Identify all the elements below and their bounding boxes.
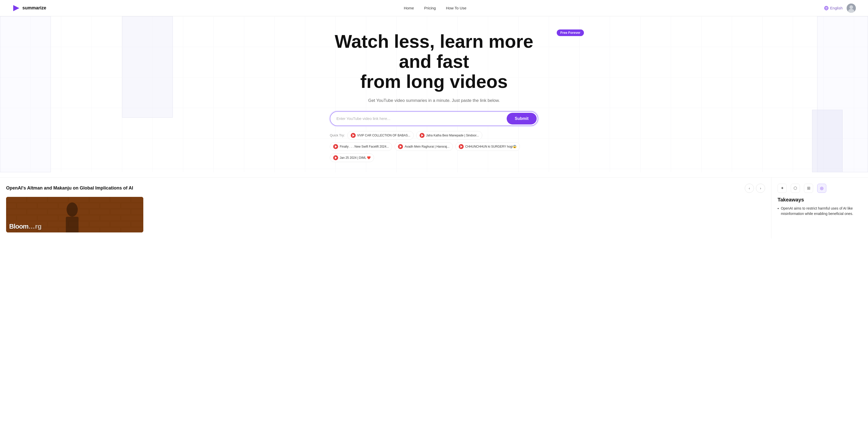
svg-point-62 <box>67 202 78 217</box>
takeaways-panel: ✦ ⬡ ⊞ ◎ Takeaways OpenAI aims to restric… <box>771 178 868 239</box>
chip-icon-2 <box>333 144 338 149</box>
svg-rect-40 <box>131 209 143 215</box>
quick-chip-4[interactable]: CHHUNCHHUN ki SURGERY hogi😱 <box>455 142 520 151</box>
takeaway-item-0: OpenAI aims to restrict harmful uses of … <box>778 206 862 216</box>
svg-marker-0 <box>13 5 19 11</box>
svg-rect-63 <box>66 217 79 232</box>
hero-content: Watch less, learn more and fast from lon… <box>12 32 856 162</box>
svg-rect-41 <box>6 215 16 221</box>
quick-try-label: Quick Try: <box>330 133 345 137</box>
quick-chip-1[interactable]: Jaha Katha Besi Manepade | Sindoor... <box>416 131 482 140</box>
svg-rect-25 <box>110 197 131 202</box>
takeaways-title: Takeaways <box>778 197 862 203</box>
tab-cube[interactable]: ⬡ <box>791 184 800 193</box>
language-label: English <box>830 6 843 10</box>
bottom-section: OpenAI's Altman and Makanju on Global Im… <box>0 177 868 239</box>
svg-rect-47 <box>121 215 143 221</box>
svg-rect-59 <box>79 227 100 232</box>
svg-rect-52 <box>89 221 110 227</box>
logo-icon <box>12 4 20 12</box>
svg-rect-28 <box>17 203 37 209</box>
nav-pricing[interactable]: Pricing <box>424 6 436 10</box>
svg-rect-46 <box>100 215 120 221</box>
next-arrow-button[interactable]: › <box>756 184 765 193</box>
chip-icon-5 <box>333 155 338 160</box>
logo-link[interactable]: summarize <box>12 4 46 12</box>
chip-icon-0 <box>351 133 356 138</box>
video-thumbnail[interactable]: Bloom…rg <box>6 197 143 232</box>
navbar: summarize Home Pricing How To Use Englis… <box>0 0 868 16</box>
svg-rect-36 <box>48 209 68 215</box>
nav-links: Home Pricing How To Use <box>404 6 466 10</box>
svg-rect-23 <box>69 197 89 202</box>
svg-rect-29 <box>38 203 58 209</box>
svg-rect-50 <box>48 221 68 227</box>
svg-rect-20 <box>6 197 26 202</box>
svg-rect-35 <box>27 209 47 215</box>
takeaways-tabs: ✦ ⬡ ⊞ ◎ <box>778 184 862 193</box>
chip-icon-4 <box>459 144 464 149</box>
svg-rect-24 <box>89 197 110 202</box>
svg-rect-45 <box>79 215 100 221</box>
search-box: Submit <box>330 111 538 126</box>
submit-button[interactable]: Submit <box>507 113 537 124</box>
tab-target[interactable]: ◎ <box>817 184 826 193</box>
quick-chip-2[interactable]: Finally . . . New Swift Facelift 2024... <box>330 142 392 151</box>
svg-rect-33 <box>121 203 143 209</box>
chip-icon-1 <box>420 133 425 138</box>
tab-magic[interactable]: ✦ <box>778 184 787 193</box>
quick-chip-3[interactable]: Avadh Mein Raghurai | Hansraj... <box>395 142 453 151</box>
svg-rect-61 <box>121 227 143 232</box>
hero-subtitle: Get YouTube video summaries in a minute.… <box>12 98 856 103</box>
video-panel-header: OpenAI's Altman and Makanju on Global Im… <box>6 184 765 193</box>
svg-rect-38 <box>89 209 110 215</box>
svg-rect-32 <box>100 203 120 209</box>
language-selector[interactable]: English <box>824 6 843 10</box>
nav-right: English <box>824 4 856 13</box>
svg-rect-22 <box>48 197 68 202</box>
svg-rect-26 <box>131 197 143 202</box>
svg-rect-34 <box>6 209 26 215</box>
svg-rect-43 <box>38 215 58 221</box>
nav-how-to-use[interactable]: How To Use <box>446 6 467 10</box>
video-panel: OpenAI's Altman and Makanju on Global Im… <box>0 178 771 239</box>
svg-rect-53 <box>110 221 131 227</box>
logo-text: summarize <box>22 5 46 11</box>
free-badge: Free Forever <box>557 29 584 36</box>
nav-arrows: ‹ › <box>745 184 765 193</box>
youtube-url-input[interactable] <box>330 112 506 125</box>
svg-rect-21 <box>27 197 47 202</box>
prev-arrow-button[interactable]: ‹ <box>745 184 754 193</box>
quick-try: Quick Try: VVIP CAR COLLECTION OF BABAS.… <box>330 131 538 162</box>
tab-grid[interactable]: ⊞ <box>804 184 813 193</box>
video-title: OpenAI's Altman and Makanju on Global Im… <box>6 185 133 191</box>
svg-point-5 <box>849 5 853 9</box>
svg-rect-54 <box>131 221 143 227</box>
globe-icon <box>824 6 829 10</box>
user-avatar[interactable] <box>847 4 856 13</box>
svg-rect-60 <box>100 227 120 232</box>
search-container: Submit <box>330 111 538 126</box>
svg-rect-39 <box>110 209 131 215</box>
hero-title: Watch less, learn more and fast from lon… <box>320 32 548 92</box>
nav-home[interactable]: Home <box>404 6 414 10</box>
quick-chip-5[interactable]: Jan 25 2024 | DIML ❤️ <box>330 153 374 162</box>
hero-section: Watch less, learn more and fast from lon… <box>0 16 868 172</box>
hero-title-line2: from long videos Free Forever <box>360 71 508 92</box>
svg-rect-42 <box>17 215 37 221</box>
svg-rect-27 <box>6 203 16 209</box>
thumbnail-text: Bloom…rg <box>9 223 42 230</box>
chip-icon-3 <box>398 144 403 149</box>
svg-rect-31 <box>79 203 100 209</box>
quick-chip-0[interactable]: VVIP CAR COLLECTION OF BABAS... <box>347 131 414 140</box>
takeaways-list: OpenAI aims to restrict harmful uses of … <box>778 206 862 216</box>
